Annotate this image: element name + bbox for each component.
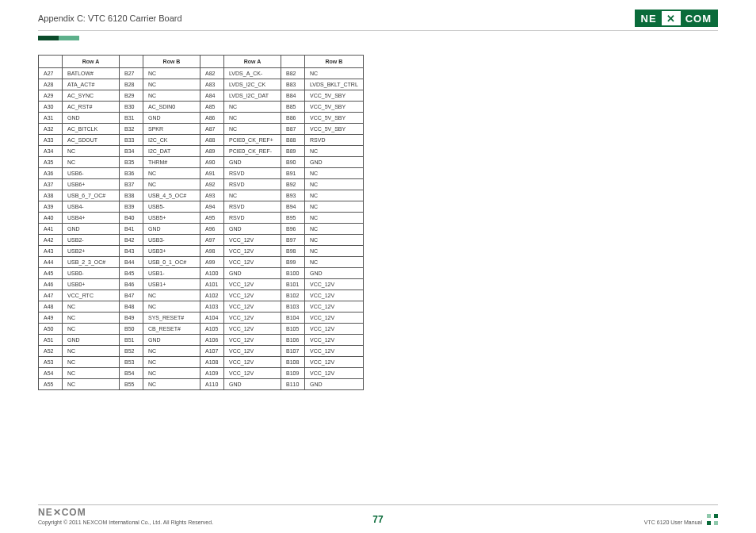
signal-cell: NC [63, 313, 120, 324]
signal-cell: SPKR [143, 124, 200, 135]
pin-cell: A42 [39, 235, 63, 246]
signal-cell: USB_0_1_OC# [143, 257, 200, 268]
pin-cell: A50 [39, 324, 63, 335]
signal-cell: NC [224, 190, 281, 201]
pin-cell: B33 [120, 135, 143, 146]
pin-cell: B86 [281, 113, 305, 124]
signal-cell: NC [143, 168, 200, 179]
table-row: A51GNDB51GNDA106VCC_12VB106VCC_12V [39, 335, 364, 346]
pin-cell: A94 [200, 201, 224, 213]
pin-cell: B43 [120, 246, 143, 257]
table-row: A29AC_SYNCB29NCA84LVDS_I2C_DATB84VCC_5V_… [39, 90, 364, 102]
pin-cell: B30 [120, 102, 143, 113]
pin-cell: A43 [39, 246, 63, 257]
pin-table-head: Row A Row B Row A Row B [39, 56, 364, 68]
signal-cell: VCC_RTC [63, 290, 120, 301]
signal-cell: VCC_12V [305, 279, 364, 290]
signal-cell: GND [224, 157, 281, 168]
page-title: Appendix C: VTC 6120 Carrier Board [38, 13, 182, 23]
signal-cell: USB3- [143, 235, 200, 246]
pin-cell: A98 [200, 246, 224, 257]
signal-cell: VCC_12V [224, 279, 281, 290]
pin-cell: B48 [120, 301, 143, 313]
signal-cell: SYS_RESET# [143, 313, 200, 324]
pin-cell: B39 [120, 201, 143, 213]
pin-cell: B50 [120, 324, 143, 335]
pin-cell: B94 [281, 201, 305, 213]
accent-light [59, 36, 79, 40]
signal-cell: NC [143, 68, 200, 79]
table-row: A36USB6-B36NCA91RSVDB91NC [39, 168, 364, 179]
pin-cell: B55 [120, 379, 143, 390]
pin-cell: A44 [39, 257, 63, 268]
signal-cell: VCC_12V [224, 368, 281, 379]
table-row: A31GNDB31GNDA86NCB86VCC_5V_SBY [39, 113, 364, 124]
table-row: A40USB4+B40USB5+A95RSVDB95NC [39, 213, 364, 224]
table-row: A33AC_SDOUTB33I2C_CKA88PCIE0_CK_REF+B88R… [39, 135, 364, 146]
signal-cell: USB1- [143, 268, 200, 279]
signal-cell: USB2+ [63, 246, 120, 257]
signal-cell: NC [143, 301, 200, 313]
signal-cell: NC [305, 213, 364, 224]
pin-cell: B35 [120, 157, 143, 168]
table-row: A48NCB48NCA103VCC_12VB103VCC_12V [39, 301, 364, 313]
pin-cell: A36 [39, 168, 63, 179]
signal-cell: NC [305, 68, 364, 79]
pin-cell: A108 [200, 357, 224, 368]
signal-cell: BATLOW# [63, 68, 120, 79]
pin-cell: A93 [200, 190, 224, 201]
pin-cell: A32 [39, 124, 63, 135]
col-header-row-a1: Row A [63, 56, 120, 68]
pin-cell: B95 [281, 213, 305, 224]
pin-cell: B102 [281, 290, 305, 301]
signal-cell: VCC_5V_SBY [305, 113, 364, 124]
signal-cell: VCC_5V_SBY [305, 124, 364, 135]
nexcom-logo-top: NE ✕ COM [635, 10, 718, 27]
signal-cell: NC [305, 201, 364, 213]
pin-cell: B32 [120, 124, 143, 135]
pin-cell: B38 [120, 190, 143, 201]
footer-right: VTC 6120 User Manual [644, 514, 718, 525]
pin-cell: A34 [39, 146, 63, 157]
signal-cell: USB_4_5_OC# [143, 190, 200, 201]
table-row: A28ATA_ACT#B28NCA83LVDS_I2C_CKB83LVDS_BK… [39, 79, 364, 90]
signal-cell: VCC_12V [305, 313, 364, 324]
pin-cell: A27 [39, 68, 63, 79]
pin-cell: B110 [281, 379, 305, 390]
pin-cell: A33 [39, 135, 63, 146]
signal-cell: VCC_12V [305, 335, 364, 346]
pin-cell: A109 [200, 368, 224, 379]
signal-cell: NC [143, 179, 200, 190]
signal-cell: I2C_CK [143, 135, 200, 146]
table-row: A35NCB35THRM#A90GNDB90GND [39, 157, 364, 168]
pin-cell: B27 [120, 68, 143, 79]
table-row: A38USB_6_7_OC#B38USB_4_5_OC#A93NCB93NC [39, 190, 364, 201]
pin-cell: A31 [39, 113, 63, 124]
pin-cell: A40 [39, 213, 63, 224]
pin-cell: B84 [281, 90, 305, 102]
signal-cell: USB0+ [63, 279, 120, 290]
pin-cell: A87 [200, 124, 224, 135]
pin-cell: B83 [281, 79, 305, 90]
pin-cell: A92 [200, 179, 224, 190]
pin-cell: A88 [200, 135, 224, 146]
pin-cell: B92 [281, 179, 305, 190]
pin-cell: B89 [281, 146, 305, 157]
signal-cell: CB_RESET# [143, 324, 200, 335]
pin-cell: B109 [281, 368, 305, 379]
pin-table-header-row: Row A Row B Row A Row B [39, 56, 364, 68]
signal-cell: USB5- [143, 201, 200, 213]
pin-cell: B51 [120, 335, 143, 346]
pin-cell: B46 [120, 279, 143, 290]
table-row: A45USB0-B45USB1-A100GNDB100GND [39, 268, 364, 279]
pin-cell: B44 [120, 257, 143, 268]
signal-cell: GND [224, 379, 281, 390]
footer-left: NE✕COM Copyright © 2011 NEXCOM Internati… [38, 507, 213, 525]
signal-cell: NC [305, 257, 364, 268]
signal-cell: GND [143, 113, 200, 124]
page-number: 77 [372, 514, 383, 525]
signal-cell: LVDS_I2C_CK [224, 79, 281, 90]
pin-cell: A97 [200, 235, 224, 246]
table-row: A32AC_BITCLKB32SPKRA87NCB87VCC_5V_SBY [39, 124, 364, 135]
table-row: A50NCB50CB_RESET#A105VCC_12VB105VCC_12V [39, 324, 364, 335]
